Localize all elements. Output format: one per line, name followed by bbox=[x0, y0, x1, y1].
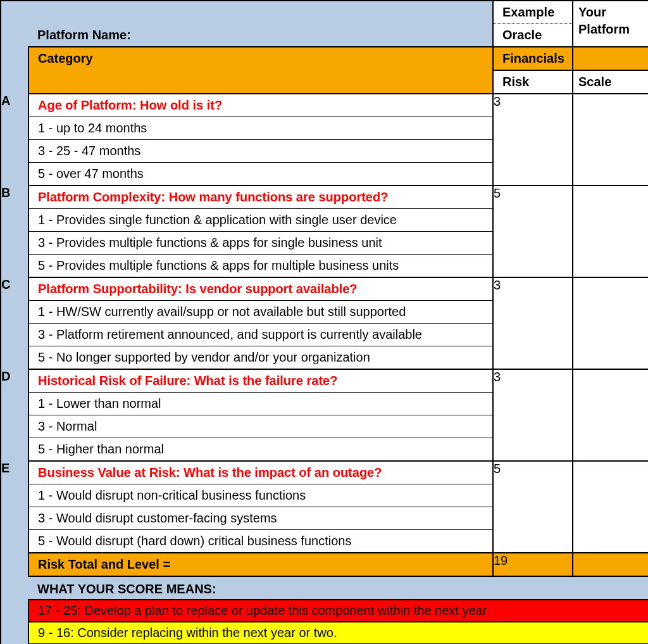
scale-column-header: Scale bbox=[573, 71, 648, 93]
group-title: Platform Complexity: How many functions … bbox=[29, 186, 492, 208]
option-text: 5 - No longer supported by vendor and/or… bbox=[29, 346, 492, 369]
oracle-label: Oracle bbox=[494, 24, 572, 46]
risk-column-header: Risk bbox=[494, 71, 572, 93]
group-title: Business Value at Risk: What is the impa… bbox=[29, 462, 492, 484]
option-text: 5 - Would disrupt (hard down) critical b… bbox=[29, 530, 492, 552]
risk-value: 3 bbox=[493, 369, 573, 461]
option-text: 3 - Platform retirement announced, and s… bbox=[29, 324, 492, 346]
option-text: 1 - Would disrupt non-critical business … bbox=[29, 484, 492, 507]
scale-input[interactable] bbox=[573, 94, 648, 186]
group-title: Platform Supportability: Is vendor suppo… bbox=[29, 278, 492, 300]
scale-input[interactable] bbox=[573, 461, 648, 553]
risk-value: 5 bbox=[493, 461, 573, 553]
option-text: 1 - Lower than normal bbox=[29, 393, 492, 415]
risk-value: 5 bbox=[493, 186, 573, 277]
option-text: 3 - 25 - 47 months bbox=[29, 140, 492, 162]
option-text: 5 - Higher than normal bbox=[29, 438, 492, 460]
score-range-red: 17 - 25: Develop a plan to replace or up… bbox=[29, 600, 648, 621]
financials-label: Financials bbox=[494, 47, 572, 70]
group-letter: B bbox=[1, 186, 28, 209]
group-letter: A bbox=[1, 94, 28, 117]
group-letter: E bbox=[1, 461, 28, 484]
example-label: Example bbox=[494, 1, 572, 23]
option-text: 3 - Normal bbox=[29, 415, 492, 438]
risk-value: 3 bbox=[493, 94, 573, 186]
option-text: 5 - Provides multiple functions & apps f… bbox=[29, 255, 492, 277]
scale-input[interactable] bbox=[573, 369, 648, 461]
score-meaning-heading: WHAT YOUR SCORE MEANS: bbox=[28, 577, 648, 599]
option-text: 1 - up to 24 months bbox=[29, 117, 492, 139]
your-platform-category[interactable] bbox=[573, 47, 648, 53]
risk-value: 3 bbox=[493, 277, 573, 369]
option-text: 1 - HW/SW currently avail/supp or not av… bbox=[29, 301, 492, 323]
group-letter: D bbox=[1, 369, 28, 393]
option-text: 3 - Provides multiple functions & apps f… bbox=[29, 232, 492, 254]
scale-input[interactable] bbox=[573, 277, 648, 369]
scale-total[interactable] bbox=[573, 553, 648, 576]
platform-name-label: Platform Name: bbox=[28, 24, 492, 46]
risk-total-value: 19 bbox=[493, 553, 573, 576]
your-platform-label: Your Platform bbox=[573, 1, 648, 41]
scale-input[interactable] bbox=[573, 186, 648, 277]
risk-assessment-table: Example Your Platform Platform Name: Ora… bbox=[0, 0, 648, 644]
group-title: Age of Platform: How old is it? bbox=[29, 94, 492, 117]
option-text: 1 - Provides single function & applicati… bbox=[29, 209, 492, 231]
option-text: 3 - Would disrupt customer-facing system… bbox=[29, 507, 492, 529]
score-range-yellow: 9 - 16: Consider replacing within the ne… bbox=[29, 622, 648, 643]
option-text: 5 - over 47 months bbox=[29, 163, 492, 185]
group-letter: C bbox=[1, 277, 28, 301]
category-label: Category bbox=[29, 47, 492, 70]
group-title: Historical Risk of Failure: What is the … bbox=[29, 370, 492, 392]
risk-total-label: Risk Total and Level = bbox=[29, 553, 492, 576]
